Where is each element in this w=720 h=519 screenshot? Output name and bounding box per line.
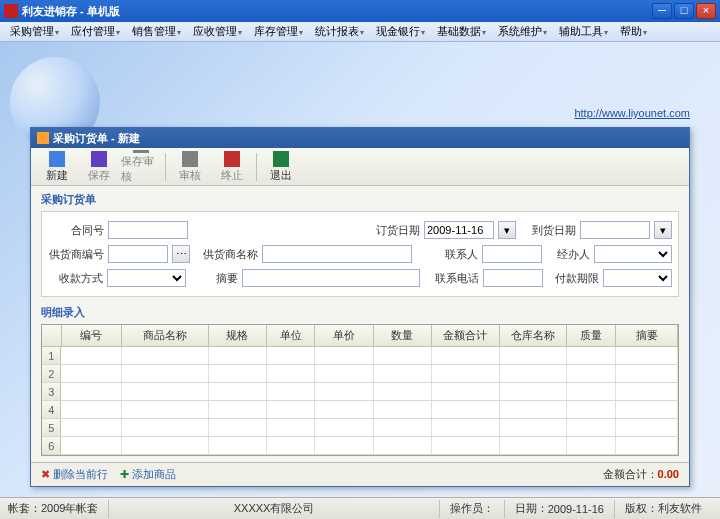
app-body: http://www.liyounet.com 采购订货单 - 新建 新建 保存… xyxy=(0,42,720,497)
website-link[interactable]: http://www.liyounet.com xyxy=(574,107,690,119)
phone-label: 联系电话 xyxy=(428,271,479,286)
column-header[interactable]: 单位 xyxy=(267,325,316,346)
save-audit-button[interactable]: 保存审核 xyxy=(121,150,161,184)
menu-item[interactable]: 辅助工具▾ xyxy=(553,22,614,41)
menu-item[interactable]: 现金银行▾ xyxy=(370,22,431,41)
dialog-icon xyxy=(37,132,49,144)
audit-button[interactable]: 审核 xyxy=(170,150,210,184)
column-header[interactable]: 金额合计 xyxy=(432,325,500,346)
menu-item[interactable]: 库存管理▾ xyxy=(248,22,309,41)
contact-label: 联系人 xyxy=(434,247,478,262)
dialog-toolbar: 新建 保存 保存审核 审核 终止 退出 xyxy=(31,148,689,186)
table-row[interactable]: 2 xyxy=(42,365,678,383)
status-date: 日期：2009-11-16 xyxy=(504,500,614,518)
new-button[interactable]: 新建 xyxy=(37,150,77,184)
app-icon xyxy=(4,4,18,18)
add-product-button[interactable]: ✚添加商品 xyxy=(120,467,176,482)
table-row[interactable]: 1 xyxy=(42,347,678,365)
grid-header: 编号商品名称规格单位单价数量金额合计仓库名称质量摘要 xyxy=(42,325,678,347)
close-button[interactable]: × xyxy=(696,3,716,19)
supplier-name-input[interactable] xyxy=(262,245,412,263)
contract-no-label: 合同号 xyxy=(48,223,104,238)
status-operator: 操作员： xyxy=(439,500,504,518)
handler-select[interactable] xyxy=(594,245,672,263)
phone-input[interactable] xyxy=(483,269,543,287)
supplier-lookup-icon[interactable]: ⋯ xyxy=(172,245,190,263)
order-date-input[interactable] xyxy=(424,221,494,239)
column-header[interactable]: 编号 xyxy=(62,325,122,346)
status-book: 帐套：2009年帐套 xyxy=(8,500,108,518)
maximize-button[interactable]: □ xyxy=(674,3,694,19)
pay-method-select[interactable] xyxy=(107,269,186,287)
menu-item[interactable]: 销售管理▾ xyxy=(126,22,187,41)
pay-deadline-label: 付款期限 xyxy=(547,271,598,286)
column-header[interactable]: 数量 xyxy=(374,325,432,346)
arrive-date-label: 到货日期 xyxy=(520,223,576,238)
dialog-title: 采购订货单 - 新建 xyxy=(53,131,140,146)
exit-button[interactable]: 退出 xyxy=(261,150,301,184)
detail-grid: 编号商品名称规格单位单价数量金额合计仓库名称质量摘要 123456 xyxy=(41,324,679,456)
window-title: 利友进销存 - 单机版 xyxy=(22,4,652,19)
table-row[interactable]: 4 xyxy=(42,401,678,419)
total-amount: 金额合计：0.00 xyxy=(603,467,679,482)
window-titlebar: 利友进销存 - 单机版 ─ □ × xyxy=(0,0,720,22)
menu-item[interactable]: 基础数据▾ xyxy=(431,22,492,41)
purchase-order-dialog: 采购订货单 - 新建 新建 保存 保存审核 审核 终止 退出 采购订货单 合同号… xyxy=(30,127,690,487)
menu-item[interactable]: 采购管理▾ xyxy=(4,22,65,41)
contract-no-input[interactable] xyxy=(108,221,188,239)
status-copyright: 版权：利友软件 xyxy=(614,500,712,518)
minimize-button[interactable]: ─ xyxy=(652,3,672,19)
arrive-date-picker-icon[interactable]: ▾ xyxy=(654,221,672,239)
arrive-date-input[interactable] xyxy=(580,221,650,239)
supplier-code-label: 供货商编号 xyxy=(48,247,104,262)
table-row[interactable]: 5 xyxy=(42,419,678,437)
summary-label: 摘要 xyxy=(190,271,237,286)
detail-section-label: 明细录入 xyxy=(41,305,679,320)
table-row[interactable]: 6 xyxy=(42,437,678,455)
column-header[interactable]: 单价 xyxy=(315,325,373,346)
menu-item[interactable]: 应收管理▾ xyxy=(187,22,248,41)
order-date-picker-icon[interactable]: ▾ xyxy=(498,221,516,239)
dialog-footer: ✖删除当前行 ✚添加商品 金额合计：0.00 xyxy=(31,462,689,486)
main-menubar: 采购管理▾应付管理▾销售管理▾应收管理▾库存管理▾统计报表▾现金银行▾基础数据▾… xyxy=(0,22,720,42)
pay-deadline-select[interactable] xyxy=(603,269,672,287)
menu-item[interactable]: 系统维护▾ xyxy=(492,22,553,41)
order-date-label: 订货日期 xyxy=(364,223,420,238)
supplier-code-input[interactable] xyxy=(108,245,168,263)
menu-item[interactable]: 应付管理▾ xyxy=(65,22,126,41)
column-header[interactable]: 商品名称 xyxy=(122,325,209,346)
dialog-titlebar: 采购订货单 - 新建 xyxy=(31,128,689,148)
contact-input[interactable] xyxy=(482,245,542,263)
delete-row-button[interactable]: ✖删除当前行 xyxy=(41,467,108,482)
menu-item[interactable]: 统计报表▾ xyxy=(309,22,370,41)
summary-input[interactable] xyxy=(242,269,420,287)
column-header[interactable]: 摘要 xyxy=(616,325,678,346)
supplier-name-label: 供货商名称 xyxy=(194,247,258,262)
form-section-label: 采购订货单 xyxy=(41,192,679,207)
column-header[interactable]: 仓库名称 xyxy=(500,325,568,346)
table-row[interactable]: 3 xyxy=(42,383,678,401)
save-button[interactable]: 保存 xyxy=(79,150,119,184)
menu-item[interactable]: 帮助▾ xyxy=(614,22,653,41)
grid-body[interactable]: 123456 xyxy=(42,347,678,455)
form-panel: 合同号 订货日期 ▾ 到货日期 ▾ 供货商编号 ⋯ 供货商名称 xyxy=(41,211,679,297)
stop-button[interactable]: 终止 xyxy=(212,150,252,184)
status-company: XXXXX有限公司 xyxy=(108,500,438,518)
column-header[interactable]: 质量 xyxy=(567,325,616,346)
pay-method-label: 收款方式 xyxy=(48,271,103,286)
status-bar: 帐套：2009年帐套 XXXXX有限公司 操作员： 日期：2009-11-16 … xyxy=(0,497,720,519)
column-header[interactable]: 规格 xyxy=(209,325,267,346)
handler-label: 经办人 xyxy=(546,247,590,262)
